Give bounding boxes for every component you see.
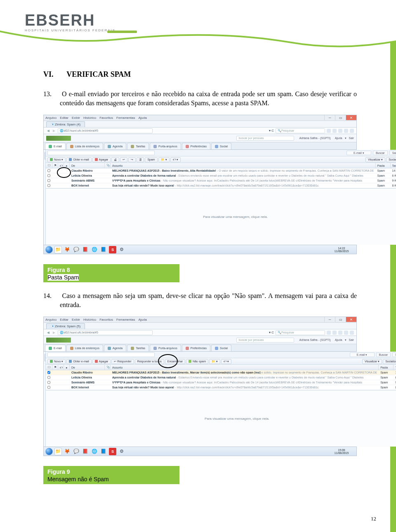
toolbar-icon[interactable] xyxy=(338,331,342,335)
tab-briefcase[interactable]: Porta-arquivos xyxy=(150,345,181,351)
taskbar-icon[interactable]: 🌐 xyxy=(91,448,98,455)
row-checkbox[interactable] xyxy=(47,184,50,187)
get-mail-button[interactable]: Obter e-mail xyxy=(66,157,92,162)
col-checkbox[interactable]: ☐ xyxy=(46,365,52,370)
reply-all-button[interactable]: Responder a todos xyxy=(135,359,164,364)
save-search-button[interactable]: Salvar xyxy=(389,151,396,155)
reload-icon[interactable]: ▾ C xyxy=(269,331,274,334)
socialize-button[interactable]: Socializar xyxy=(383,359,396,364)
tab-email[interactable]: E-mail xyxy=(45,143,66,149)
tab-email[interactable]: E-mail xyxy=(45,345,66,351)
taskbar-icon[interactable]: 💬 xyxy=(73,448,80,455)
tab-social[interactable]: Social xyxy=(211,345,231,351)
nav-back-icon[interactable]: ◄ xyxy=(46,330,50,335)
current-user[interactable]: Adriana Safira - (SGPTI) xyxy=(299,338,330,341)
not-spam-button[interactable]: Não spam xyxy=(186,359,208,364)
menu-item[interactable]: Exibir xyxy=(72,116,80,120)
browser-search-input[interactable]: 🔍 Pesquisar xyxy=(276,128,325,133)
taskbar-icon[interactable]: ⚙ xyxy=(118,448,125,455)
tab-preferences[interactable]: Preferências xyxy=(182,345,210,351)
col-folder[interactable]: Pasta xyxy=(379,365,394,370)
search-scope-dropdown[interactable]: E-mail ▾ xyxy=(346,151,371,155)
taskbar-icon[interactable]: 📁 xyxy=(54,246,62,253)
row-checkbox[interactable] xyxy=(47,376,50,379)
forward-button[interactable]: Encaminhar xyxy=(165,359,185,364)
mail-row[interactable]: Leticia OliveiraAprenda a controlar Diab… xyxy=(46,375,396,380)
menu-item[interactable]: Exibir xyxy=(72,318,80,322)
nav-back-icon[interactable]: ◄ xyxy=(46,128,50,133)
taskbar-icon[interactable]: 📘 xyxy=(100,448,107,455)
mail-row[interactable]: Leticia OliveiraAprenda a controlar Diab… xyxy=(46,173,396,178)
nav-forward-icon[interactable]: ► xyxy=(52,128,56,133)
start-button[interactable] xyxy=(45,448,53,455)
mail-row[interactable]: Claudio RibeiroMELHORES FRANQUIAS ASF201… xyxy=(46,370,396,375)
menu-item[interactable]: Ajuda xyxy=(138,318,146,322)
mail-search-input[interactable] xyxy=(47,352,155,357)
taskbar-clock[interactable]: 14:22 11/08/2015 xyxy=(330,247,355,253)
url-input[interactable]: 🌐 st02.huuvi.ufc.br/zimbra/#5 xyxy=(58,128,153,133)
exit-link[interactable]: Sair xyxy=(349,338,354,342)
people-search-input[interactable]: buscar por pessoas xyxy=(236,338,294,343)
taskbar-clock[interactable]: 15:09 11/08/2015 xyxy=(330,449,355,454)
browser-search-input[interactable]: 🔍 Pesquisar xyxy=(276,330,325,335)
col-tag[interactable]: 🏷 xyxy=(58,365,64,370)
search-scope-dropdown[interactable]: E-mail ▾ xyxy=(350,352,375,357)
col-attach[interactable]: 📎 xyxy=(105,365,111,370)
tab-contacts[interactable]: Lista de endereços xyxy=(66,143,103,149)
minimize-button[interactable]: ─ xyxy=(324,115,335,120)
mail-row[interactable]: BOX InternetSua loja virtual não vende? … xyxy=(46,385,396,390)
print-button[interactable]: 🖨 xyxy=(111,157,119,162)
mail-row[interactable]: BOX InternetSua loja virtual não vende? … xyxy=(46,183,396,188)
col-priority[interactable]: ● xyxy=(64,163,70,168)
col-size[interactable]: Tamanho xyxy=(391,163,396,168)
taskbar-icon[interactable]: 🦊 xyxy=(64,448,71,455)
taskbar-icon[interactable]: ⚙ xyxy=(118,246,125,253)
mail-search-input[interactable] xyxy=(47,151,155,155)
reply-button[interactable]: ↩ Responder xyxy=(111,359,134,364)
tab-social[interactable]: Social xyxy=(211,143,231,149)
row-checkbox[interactable] xyxy=(47,179,50,182)
taskbar-icon[interactable]: 📕 xyxy=(82,448,89,455)
browser-tab[interactable]: 📧 Zimbra: Spam (5) xyxy=(46,323,85,329)
taskbar-icon[interactable]: S xyxy=(109,448,116,455)
tag-button[interactable]: 🏷 ▾ xyxy=(221,359,231,364)
taskbar-icon[interactable]: 📘 xyxy=(100,246,107,253)
col-priority[interactable]: ● xyxy=(64,365,70,370)
tab-calendar[interactable]: Agenda xyxy=(104,143,126,149)
menu-item[interactable]: Favoritos xyxy=(99,318,113,322)
close-button[interactable]: ✕ xyxy=(346,317,356,322)
socialize-button[interactable]: Socializar xyxy=(386,157,396,162)
col-flag[interactable]: ⚑ xyxy=(52,163,58,168)
menu-item[interactable]: Histórico xyxy=(83,318,96,322)
col-checkbox[interactable]: ☐ xyxy=(46,163,52,168)
toolbar-icon[interactable] xyxy=(327,129,331,133)
row-checkbox[interactable] xyxy=(47,381,50,384)
toolbar-icon[interactable] xyxy=(344,129,348,133)
current-user[interactable]: Adriana Safira - (SGPTI) xyxy=(299,137,330,140)
exit-link[interactable]: Sair xyxy=(349,137,354,140)
tab-tasks[interactable]: Tarefas xyxy=(127,143,149,149)
move-button[interactable]: 📁 ▾ xyxy=(209,359,220,364)
menu-item[interactable]: Favoritos xyxy=(99,116,113,120)
toolbar-icon[interactable] xyxy=(350,129,354,133)
view-button[interactable]: Visualizar ▾ xyxy=(365,157,385,162)
row-checkbox[interactable] xyxy=(47,371,50,374)
menu-item[interactable]: Ajuda xyxy=(138,116,146,120)
toolbar-icon[interactable] xyxy=(344,331,348,335)
tag-button[interactable]: 🏷 ▾ xyxy=(170,157,181,162)
menu-item[interactable]: Ferramentas xyxy=(116,116,135,120)
delete-button[interactable]: Apagar xyxy=(92,359,111,364)
minimize-button[interactable]: ─ xyxy=(324,317,335,322)
people-search-input[interactable]: buscar por pessoas xyxy=(236,136,294,141)
tab-briefcase[interactable]: Porta-arquivos xyxy=(150,143,181,149)
nav-forward-icon[interactable]: ► xyxy=(52,330,56,335)
forward-button[interactable]: ⇶ xyxy=(137,157,144,162)
help-link[interactable]: Ajuda xyxy=(335,338,342,342)
new-button[interactable]: Novo ▾ xyxy=(47,157,66,162)
mail-row[interactable]: Claudio RibeiroMELHORES FRANQUIAS ASF201… xyxy=(46,168,396,173)
col-flag[interactable]: ⚑ xyxy=(52,365,58,370)
menu-item[interactable]: Arquivo xyxy=(45,116,57,120)
maximize-button[interactable]: ▭ xyxy=(335,317,346,322)
spam-button[interactable]: Spam xyxy=(145,157,157,162)
toolbar-icon[interactable] xyxy=(338,129,342,133)
